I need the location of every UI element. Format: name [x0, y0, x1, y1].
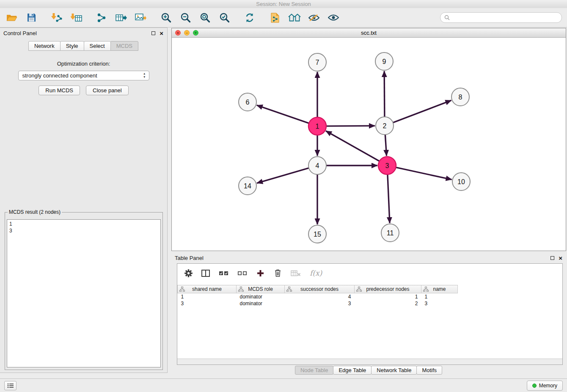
table-cell[interactable]: dominator [237, 293, 285, 300]
import-network-db-button[interactable] [114, 11, 128, 25]
graph-edge-1-2[interactable] [326, 126, 375, 126]
network-window-titlebar[interactable]: ×−+ scc.txt [172, 28, 566, 38]
show-details-icon [328, 14, 339, 21]
graph-edge-2-8[interactable] [393, 100, 451, 122]
export-image-button[interactable] [134, 11, 147, 25]
graph-node-11[interactable]: 11 [381, 224, 399, 242]
graph-node-9[interactable]: 9 [375, 52, 393, 70]
tab-select[interactable]: Select [84, 41, 111, 51]
run-mcds-button[interactable]: Run MCDS [39, 86, 80, 95]
graph-node-14[interactable]: 14 [239, 177, 256, 195]
window-titlebar: Session: New Session [0, 0, 567, 8]
column-header-shared-name[interactable]: shared name [178, 285, 237, 293]
table-cell[interactable]: 4 [285, 293, 355, 300]
table-cell[interactable]: 1 [178, 293, 237, 300]
split-columns-button[interactable] [201, 269, 211, 278]
save-session-button[interactable] [25, 11, 38, 25]
task-history-button[interactable] [4, 381, 17, 390]
import-network-file-button[interactable] [50, 11, 63, 25]
graph-edge-3-1[interactable] [326, 131, 380, 161]
graph-node-4[interactable]: 4 [308, 157, 326, 174]
tab-motifs[interactable]: Motifs [416, 366, 442, 375]
graph-node-7[interactable]: 7 [308, 53, 326, 71]
svg-text:8: 8 [459, 94, 462, 101]
graph-edge-2-3[interactable] [385, 135, 386, 156]
network-from-selection-button[interactable] [268, 11, 282, 25]
import-table-file-button[interactable] [69, 11, 83, 25]
column-header-predecessor-nodes[interactable]: predecessor nodes [355, 285, 421, 293]
tab-mcds[interactable]: MCDS [110, 41, 138, 51]
table-cell[interactable]: 3 [178, 300, 237, 307]
table-hscrollbar[interactable] [177, 359, 562, 364]
graph-edge-3-11[interactable] [388, 174, 390, 223]
graph-edge-1-6[interactable] [257, 105, 309, 124]
graph-node-8[interactable]: 8 [451, 88, 469, 106]
network-canvas[interactable]: 7968124314101511 [172, 38, 566, 251]
zoom-selected-button[interactable] [217, 11, 231, 25]
show-details-button[interactable] [327, 11, 340, 25]
add-column-button[interactable] [255, 269, 265, 278]
delete-table-icon [291, 270, 301, 276]
float-table-panel-icon[interactable] [550, 256, 554, 260]
table-panel: Table Panel f(x) shared nameMCDS rolesuc… [171, 253, 566, 376]
close-panel-button[interactable]: Close panel [86, 86, 129, 95]
network-view-window: ×−+ scc.txt 7968124314101511 [171, 28, 566, 251]
home-button[interactable] [288, 11, 301, 25]
tab-style[interactable]: Style [60, 41, 84, 51]
clone-network-button[interactable] [95, 11, 108, 25]
toolbar-group [243, 11, 256, 25]
zoom-window-icon[interactable]: + [193, 30, 198, 36]
tab-network-table[interactable]: Network Table [371, 366, 417, 375]
table-cell[interactable]: 1 [355, 293, 421, 300]
zoom-fit-button[interactable] [198, 11, 212, 25]
close-table-panel-icon[interactable] [559, 254, 562, 262]
graph-node-6[interactable]: 6 [239, 93, 256, 111]
import-network-file-icon [51, 13, 62, 22]
graph-node-15[interactable]: 15 [308, 225, 326, 243]
select-all-rows-button[interactable] [218, 270, 229, 277]
zoom-out-button[interactable] [179, 11, 192, 25]
table-cell[interactable]: 3 [285, 300, 355, 307]
mcds-result-text[interactable]: 1 3 [7, 219, 161, 367]
column-header-mcds-role[interactable]: MCDS role [237, 285, 285, 293]
visual-styles-icon [308, 14, 319, 22]
close-window-icon[interactable]: × [175, 30, 181, 36]
memory-button[interactable]: Memory [527, 381, 563, 391]
visual-styles-button[interactable] [307, 11, 321, 25]
graph-node-1[interactable]: 1 [308, 117, 326, 135]
graph-node-2[interactable]: 2 [376, 117, 394, 135]
attributes-gear-button[interactable] [183, 268, 193, 278]
table-cell[interactable]: 3 [421, 300, 458, 307]
open-file-button[interactable] [5, 11, 19, 25]
search-input[interactable] [452, 14, 558, 21]
zoom-in-button[interactable] [159, 11, 173, 25]
open-file-icon [6, 14, 17, 22]
table-cell[interactable]: 1 [421, 293, 458, 300]
graph-edge-4-14[interactable] [257, 168, 309, 183]
tab-network[interactable]: Network [28, 41, 61, 51]
save-session-icon [27, 13, 36, 22]
toolbar-group [268, 11, 340, 25]
column-header-name[interactable]: name [421, 285, 458, 293]
svg-text:1: 1 [316, 123, 319, 130]
control-panel: Control Panel NetworkStyleSelectMCDS Opt… [0, 28, 168, 373]
tab-node-table[interactable]: Node Table [295, 366, 334, 375]
float-panel-icon[interactable] [151, 31, 155, 35]
graph-edge-3-10[interactable] [396, 167, 452, 179]
tab-edge-table[interactable]: Edge Table [333, 366, 372, 375]
delete-column-button[interactable] [272, 268, 283, 278]
deselect-all-rows-button[interactable] [237, 270, 248, 277]
graph-node-3[interactable]: 3 [378, 157, 396, 174]
apply-layout-button[interactable] [243, 11, 256, 25]
table-cell[interactable]: dominator [237, 300, 285, 307]
graph-edge-2-9[interactable] [384, 71, 385, 117]
select-all-rows-icon [219, 271, 228, 276]
close-panel-icon[interactable] [160, 29, 163, 38]
column-header-successor-nodes[interactable]: successor nodes [285, 285, 355, 293]
graph-node-10[interactable]: 10 [452, 173, 470, 190]
optimization-criterion-label: Optimization criterion: [0, 61, 167, 67]
criterion-dropdown[interactable]: strongly connected component [18, 71, 149, 80]
table-cell[interactable]: 2 [355, 300, 421, 307]
minimize-window-icon[interactable]: − [184, 30, 190, 36]
search-box[interactable] [440, 12, 562, 23]
